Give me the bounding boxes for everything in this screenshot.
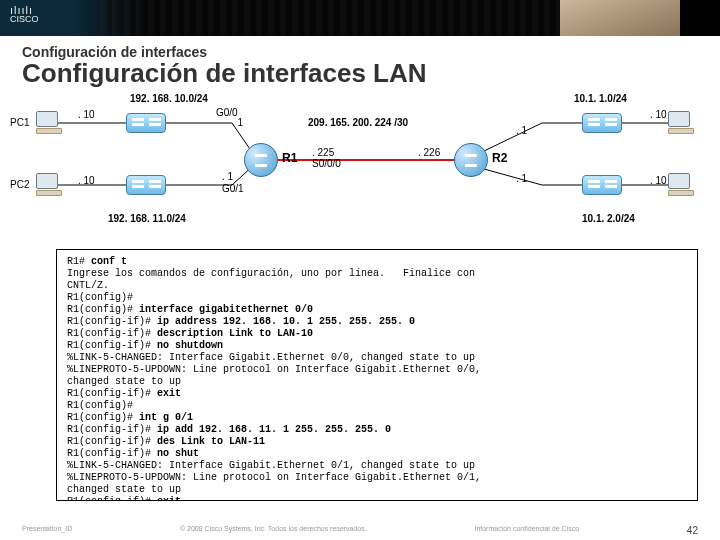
router-icon <box>244 143 278 177</box>
s000-label: S0/0/0 <box>312 158 341 169</box>
g01-dot1: . 1 <box>222 171 233 182</box>
subnet-top-left: 192. 168. 10.0/24 <box>130 93 208 104</box>
footer-right: Información confidencial de Cisco <box>474 525 579 536</box>
pc-icon <box>36 111 62 135</box>
footer-center: © 2008 Cisco Systems, Inc. Todos los der… <box>180 525 367 536</box>
switch-icon <box>582 113 622 133</box>
slide-content: Configuración de interfaces Configuració… <box>0 36 720 245</box>
r1-label: R1 <box>282 151 297 165</box>
footer-left: Presentation_ID <box>22 525 72 536</box>
slide-title: Configuración de interfaces LAN <box>22 58 698 89</box>
terminal-output: R1# conf t Ingrese los comandos de confi… <box>56 249 698 501</box>
cisco-logo: ılıılı CISCO <box>10 6 39 24</box>
slide-footer: Presentation_ID © 2008 Cisco Systems, In… <box>0 525 720 536</box>
right-host-b: . 10 <box>650 175 667 186</box>
g01-label: G0/1 <box>222 183 244 194</box>
subnet-bottom-right: 10.1. 2.0/24 <box>582 213 635 224</box>
router-icon <box>454 143 488 177</box>
dot226: . 226 <box>418 147 440 158</box>
pc2-host: . 10 <box>78 175 95 186</box>
pc1-host: . 10 <box>78 109 95 120</box>
logo-bars-icon: ılıılı <box>10 6 39 14</box>
pc2-label: PC2 <box>10 179 29 190</box>
pc-icon <box>668 173 694 197</box>
switch-icon <box>126 175 166 195</box>
r2-dot1a: . 1 <box>516 125 527 136</box>
pc-icon <box>668 111 694 135</box>
dot225: . 225 <box>312 147 334 158</box>
subnet-bottom-left: 192. 168. 11.0/24 <box>108 213 186 224</box>
right-host-a: . 10 <box>650 109 667 120</box>
subnet-wan: 209. 165. 200. 224 /30 <box>308 117 408 128</box>
r2-label: R2 <box>492 151 507 165</box>
r2-dot1b: . 1 <box>516 173 527 184</box>
page-number: 42 <box>687 525 698 536</box>
banner-photo <box>560 0 680 36</box>
logo-text: CISCO <box>10 14 39 24</box>
pc-icon <box>36 173 62 197</box>
switch-icon <box>582 175 622 195</box>
pc1-label: PC1 <box>10 117 29 128</box>
network-diagram: 192. 168. 10.0/24 10.1. 1.0/24 192. 168.… <box>22 95 698 245</box>
g00-dot1: . 1 <box>232 117 243 128</box>
switch-icon <box>126 113 166 133</box>
top-banner: ılıılı CISCO <box>0 0 720 36</box>
subnet-top-right: 10.1. 1.0/24 <box>574 93 627 104</box>
